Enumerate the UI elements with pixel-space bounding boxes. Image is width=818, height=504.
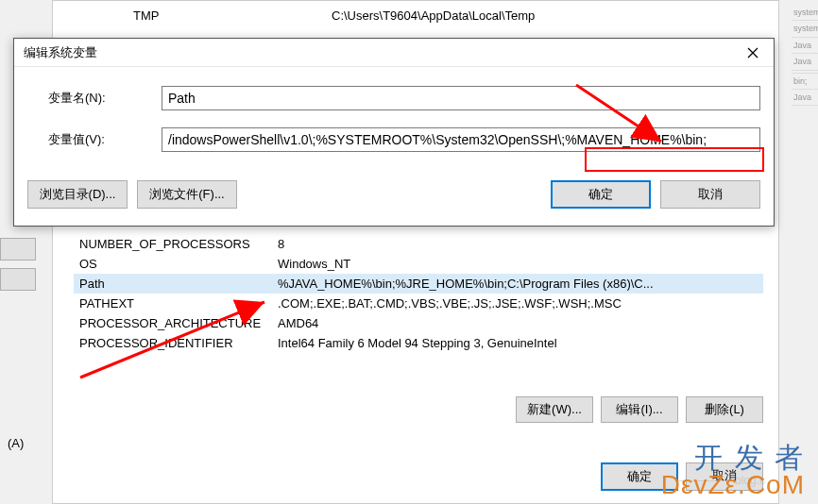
- list-item[interactable]: PATHEXT .COM;.EXE;.BAT;.CMD;.VBS;.VBE;.J…: [74, 294, 763, 313]
- system-vars-list[interactable]: NUMBER_OF_PROCESSORS 8 OS Windows_NT Pat…: [74, 234, 763, 353]
- var-name-label: 变量名(N):: [48, 90, 162, 107]
- delete-button[interactable]: 删除(L): [686, 396, 763, 423]
- var-value-label: 变量值(V):: [48, 131, 162, 148]
- titlebar: 编辑系统变量: [14, 39, 774, 67]
- dialog-buttons-row: 确定 取消: [74, 462, 763, 491]
- user-var-value: C:\Users\T9604\AppData\Local\Temp: [332, 8, 535, 23]
- edit-button[interactable]: 编辑(I)...: [601, 396, 678, 423]
- edit-variable-dialog: 编辑系统变量 变量名(N): 变量值(V): 浏览目录(D)... 浏览文件(F…: [13, 38, 775, 227]
- user-var-name: TMP: [133, 8, 332, 23]
- dialog-footer: 浏览目录(D)... 浏览文件(F)... 确定 取消: [14, 180, 774, 220]
- var-name-row: 变量名(N):: [48, 86, 760, 110]
- list-item[interactable]: PROCESSOR_ARCHITECTURE AMD64: [74, 313, 763, 333]
- dialog-body: 变量名(N): 变量值(V):: [14, 67, 774, 180]
- list-item-selected[interactable]: Path %JAVA_HOME%\bin;%JRE_HOME%\bin;C:\P…: [74, 274, 763, 294]
- ok-button[interactable]: 确定: [601, 462, 678, 491]
- close-icon: [747, 47, 758, 59]
- browse-dir-button[interactable]: 浏览目录(D)...: [27, 180, 128, 209]
- list-item[interactable]: OS Windows_NT: [74, 254, 763, 274]
- fade-overlay: [74, 366, 763, 395]
- close-button[interactable]: [731, 39, 774, 67]
- list-item[interactable]: PROCESSOR_IDENTIFIER Intel64 Family 6 Mo…: [74, 333, 763, 353]
- new-button[interactable]: 新建(W)...: [516, 396, 593, 423]
- var-value-row: 变量值(V):: [48, 127, 760, 152]
- tab-fragment: (A): [8, 436, 24, 450]
- dialog-ok-button[interactable]: 确定: [551, 180, 651, 209]
- desktop-bg: system: system: Java Java bin; Java TMP …: [0, 0, 818, 504]
- list-buttons-row: 新建(W)... 编辑(I)... 删除(L): [74, 396, 763, 423]
- cancel-button[interactable]: 取消: [686, 462, 763, 491]
- list-item[interactable]: NUMBER_OF_PROCESSORS 8: [74, 234, 763, 254]
- button-stub[interactable]: [0, 238, 36, 260]
- button-stub[interactable]: [0, 268, 36, 291]
- user-var-row: TMP C:\Users\T9604\AppData\Local\Temp: [133, 8, 535, 23]
- dialog-cancel-button[interactable]: 取消: [660, 180, 760, 209]
- var-value-input[interactable]: [162, 127, 760, 152]
- browse-file-button[interactable]: 浏览文件(F)...: [137, 180, 237, 209]
- side-fragment: system: system: Java Java bin; Java: [792, 5, 818, 106]
- var-name-input[interactable]: [162, 86, 760, 110]
- dialog-title: 编辑系统变量: [24, 44, 731, 61]
